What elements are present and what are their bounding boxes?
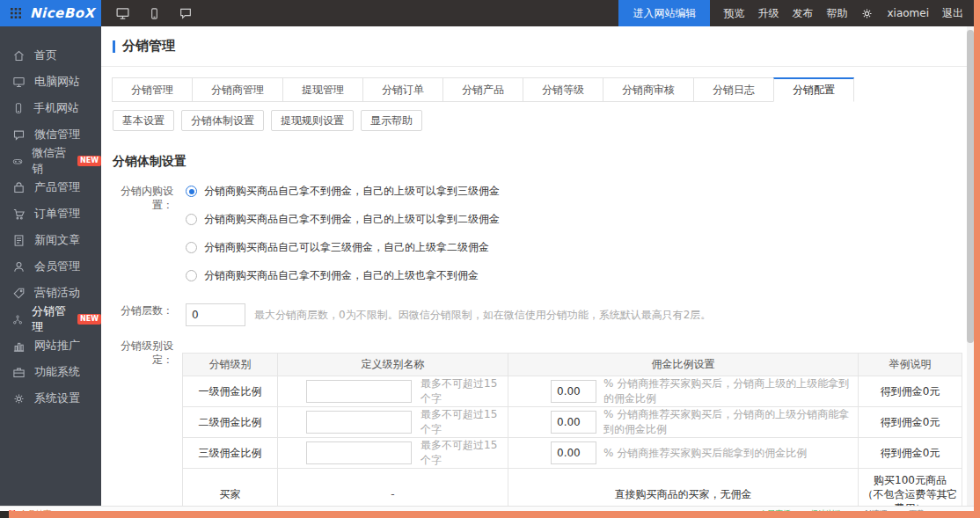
level-cell: 三级佣金比例 [183,438,278,469]
layers-input[interactable] [186,303,245,326]
sidebar-item-label: 新闻文章 [34,232,80,248]
monitor-icon [12,76,26,89]
grade-table: 分销级别 定义级别名称 佣金比例设置 举例说明 一级佣金比例 最多不可超过15个… [182,353,962,506]
tab-distribution-products[interactable]: 分销产品 [442,77,523,102]
sidebar-item-news[interactable]: 新闻文章 [0,227,101,253]
sidebar-item-products[interactable]: 产品管理 [0,174,101,201]
mobile-view-icon[interactable] [148,7,161,20]
upgrade-link[interactable]: 升级 [757,6,779,21]
sidebar-item-function-system[interactable]: 功能系统 [0,359,101,385]
sidebar-item-mobile-site[interactable]: 手机网站 [0,95,101,121]
sidebar-item-home[interactable]: 首页 [0,42,101,69]
new-badge: NEW [77,156,101,166]
sidebar-item-orders[interactable]: 订单管理 [0,201,101,227]
title-accent-bar [113,40,115,53]
doc-icon [12,234,26,247]
tab-distributor-mgmt[interactable]: 分销商管理 [192,77,283,102]
status-left-item[interactable]: 🎁 会员特惠 [7,508,51,511]
sidebar-item-marketing[interactable]: 营销活动 [0,280,101,306]
sidebar-item-wechat-mgmt[interactable]: 微信管理 [0,121,101,148]
app-logo: NiceBoX [30,5,95,21]
desktop-view-icon[interactable] [115,6,130,21]
tab-distribution-config[interactable]: 分销配置 [773,77,854,102]
sidebar-item-members[interactable]: 会员管理 [0,253,101,280]
sidebar-item-label: 首页 [34,47,57,63]
radio-icon[interactable] [186,214,197,225]
level2-name-input[interactable] [306,411,412,434]
buyer-desc-cell: 直接购买商品的买家，无佣金 [508,469,859,507]
tab-bar: 分销管理 分销商管理 提现管理 分销订单 分销产品 分销等级 分销商审核 分销日… [113,77,967,102]
username[interactable]: xiaomei [887,7,929,19]
level-cell: 买家 [183,469,278,507]
page-title: 分销管理 [122,38,175,55]
speed-browse-item[interactable]: ▯极速浏览 [803,508,842,511]
radio-option-2[interactable]: 分销商购买商品自己拿不到佣金，自己的上级可以拿到二级佣金 [186,212,500,227]
level3-name-input[interactable] [306,441,412,464]
level1-rate-input[interactable] [551,380,596,403]
phone-icon [12,102,25,114]
tab-distributor-audit[interactable]: 分销商审核 [603,77,694,102]
tab-distribution-mgmt[interactable]: 分销管理 [112,77,193,102]
download-item[interactable]: ↓下载 [900,508,925,511]
wechat-view-icon[interactable] [179,6,193,20]
magnifier-icon: ⌕ [937,509,941,511]
play-circle-icon: ▶ [750,510,757,512]
live-item[interactable]: ▶今日直播 [750,508,791,511]
withdraw-rules-button[interactable]: 提现规则设置 [271,110,354,131]
zoom-level-item[interactable]: ⌕100% [937,509,967,511]
table-row: 一级佣金比例 最多不可超过15个字 % 分销商推荐买家购买后，分销商上级的上级能… [183,376,962,407]
basic-settings-button[interactable]: 基本设置 [113,110,174,131]
status-right-items: ▶今日直播 ▯极速浏览 ✦AI清理 ↓下载 ⌕100% [750,508,967,511]
enter-site-editor-button[interactable]: 进入网站编辑 [618,0,710,26]
radio-option-1[interactable]: 分销商购买商品自己拿不到佣金，自己的上级可以拿到三级佣金 [186,184,500,199]
chat-icon [12,128,26,142]
rate-desc: % 分销商推荐买家购买后，分销商上级的上级能拿到的佣金比例 [603,376,858,406]
level3-rate-input[interactable] [551,441,596,464]
apps-grid-icon[interactable] [9,6,23,20]
sidebar-item-label: 会员管理 [34,259,80,274]
tab-distribution-orders[interactable]: 分销订单 [362,77,443,102]
publish-link[interactable]: 发布 [792,6,813,21]
sidebar-item-distribution[interactable]: 分销管理 NEW [0,306,101,332]
ai-clean-item[interactable]: ✦AI清理 [854,508,887,511]
sidebar-item-promotion[interactable]: 网站推广 [0,332,101,359]
main-content: 分销管理 分销管理 分销商管理 提现管理 分销订单 分销产品 分销等级 分销商审… [101,26,967,506]
sidebar-item-label: 微信管理 [34,127,80,142]
radio-option-3[interactable]: 分销商购买商品自己可以拿三级佣金，自己的上级拿二级佣金 [186,240,500,255]
scrollbar-track[interactable] [967,26,974,506]
radio-icon[interactable] [186,186,197,197]
download-icon: ↓ [900,510,907,512]
radio-label: 分销商购买商品自己拿不到佣金，自己的上级可以拿到二级佣金 [204,212,500,227]
cart-icon [12,208,26,221]
tab-distribution-grades[interactable]: 分销等级 [523,77,603,102]
layers-row: 分销层数： 最大分销商层数，0为不限制。因微信分销限制，如在微信使用分销功能，系… [101,303,967,326]
table-header-row: 分销级别 定义级别名称 佣金比例设置 举例说明 [183,354,962,376]
preview-link[interactable]: 预览 [723,6,744,21]
sidebar-item-wechat-marketing[interactable]: 微信营销 NEW [0,148,101,174]
network-icon [12,313,23,326]
help-link[interactable]: 帮助 [826,6,847,21]
sidebar-item-pc-site[interactable]: 电脑网站 [0,69,101,95]
bag-icon [12,181,26,194]
radio-icon[interactable] [186,242,197,253]
radio-option-4[interactable]: 分销商购买商品自己拿不到佣金，自己的上级也拿不到佣金 [186,268,500,283]
sidebar-item-system-settings[interactable]: 系统设置 [0,385,101,412]
tab-withdraw-mgmt[interactable]: 提现管理 [282,77,363,102]
tab-distribution-logs[interactable]: 分销日志 [693,77,774,102]
level2-rate-input[interactable] [551,411,596,434]
sidebar-item-label: 营销活动 [34,285,80,301]
sidebar-item-label: 微信营销 [32,145,69,177]
settings-gear-icon[interactable] [860,7,874,20]
scrollbar-thumb[interactable] [967,30,974,343]
logout-link[interactable]: 退出 [942,6,963,21]
topbar-right: 进入网站编辑 预览 升级 发布 帮助 xiaomei 退出 [618,0,974,26]
desktop-background: NiceBoX 进入网站编辑 预览 升级 发布 帮助 xiaomei 退出 [0,0,980,518]
logo-block[interactable]: NiceBoX [0,0,101,26]
phone-icon: ▯ [803,510,808,512]
level1-name-input[interactable] [306,380,412,403]
show-help-button[interactable]: 显示帮助 [361,110,422,131]
radio-label: 分销商购买商品自己拿不到佣金，自己的上级也拿不到佣金 [204,268,479,283]
radio-icon[interactable] [186,270,197,281]
view-switcher [115,6,193,21]
system-settings-button[interactable]: 分销体制设置 [181,110,264,131]
